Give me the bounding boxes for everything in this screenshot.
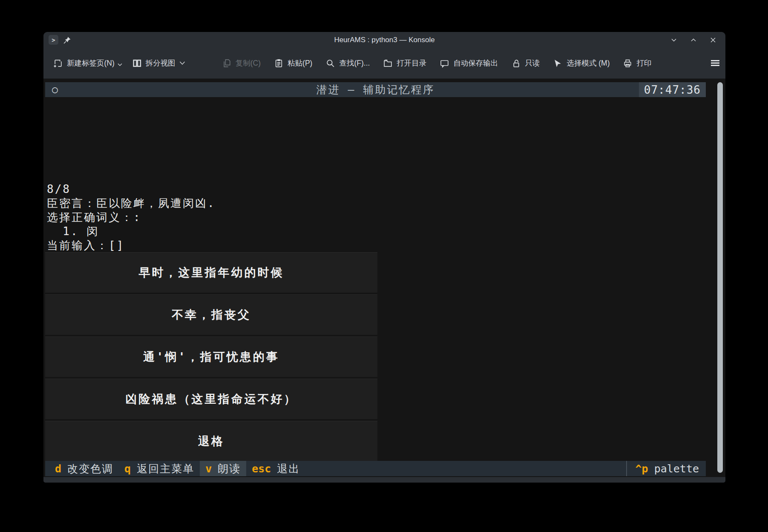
new-tab-icon xyxy=(53,58,63,68)
key-badge: d xyxy=(55,463,61,475)
shortcut-label: palette xyxy=(654,463,699,475)
sentence-line: 臣密言：臣以险衅，夙遭闵凶. xyxy=(47,197,216,210)
key-badge: q xyxy=(124,463,131,475)
word-item: 1. 闵 xyxy=(47,225,99,238)
split-view-button[interactable]: 拆分视图 xyxy=(132,58,185,68)
folder-icon xyxy=(383,58,393,68)
key-badge: esc xyxy=(252,463,271,475)
konsole-window: > HeurAMS : python3 — Konsole xyxy=(43,32,725,483)
pin-icon[interactable] xyxy=(63,36,71,44)
split-view-icon xyxy=(132,58,142,68)
status-bar: d 改变色调 q 返回主菜单 v 朗读 esc 退出 ^p palette xyxy=(45,461,706,476)
answer-option-1[interactable]: 早时，这里指年幼的时候 xyxy=(45,252,377,293)
cursor-icon xyxy=(553,58,563,68)
copy-icon xyxy=(222,58,232,68)
select-mode-label: 选择模式 (M) xyxy=(567,58,610,68)
answer-option-2[interactable]: 不幸，指丧父 xyxy=(45,294,377,335)
copy-button: 复制(C) xyxy=(222,58,261,68)
paste-icon xyxy=(274,58,284,68)
window-title: HeurAMS : python3 — Konsole xyxy=(43,36,725,44)
print-button[interactable]: 打印 xyxy=(623,58,651,68)
window-bottom-edge xyxy=(43,477,725,483)
key-badge: ^p xyxy=(636,463,648,475)
backspace-option[interactable]: 退格 xyxy=(45,421,377,461)
printer-icon xyxy=(623,58,633,68)
app-title: 潜进 – 辅助记忆程序 xyxy=(45,83,706,97)
hamburger-menu-button[interactable] xyxy=(710,58,721,68)
copy-label: 复制(C) xyxy=(236,58,261,68)
terminal-view[interactable]: ○ 潜进 – 辅助记忆程序 07:47:36 8/8 臣密言：臣以险衅，夙遭闵凶… xyxy=(43,79,725,477)
current-input-line: 当前输入：[] xyxy=(47,239,124,252)
shortcut-palette[interactable]: ^p palette xyxy=(626,461,706,476)
titlebar: > HeurAMS : python3 — Konsole xyxy=(43,32,725,48)
select-mode-button[interactable]: 选择模式 (M) xyxy=(553,58,610,68)
maximize-icon[interactable] xyxy=(690,36,697,44)
open-directory-label: 打开目录 xyxy=(397,58,426,68)
find-button[interactable]: 查找(F)... xyxy=(325,58,370,68)
open-directory-button[interactable]: 打开目录 xyxy=(383,58,426,68)
split-view-label: 拆分视图 xyxy=(146,58,175,68)
minimize-icon[interactable] xyxy=(670,36,678,44)
paste-button[interactable]: 粘贴(P) xyxy=(274,58,312,68)
paste-label: 粘贴(P) xyxy=(288,58,312,68)
shortcut-main-menu[interactable]: q 返回主菜单 xyxy=(119,461,200,476)
answer-option-4[interactable]: 凶险祸患（这里指命运不好） xyxy=(45,379,377,419)
lock-icon xyxy=(511,58,521,68)
shortcut-label: 返回主菜单 xyxy=(137,462,194,476)
key-badge: v xyxy=(205,463,212,475)
shortcut-change-hue[interactable]: d 改变色调 xyxy=(49,461,119,476)
hamburger-icon xyxy=(710,58,721,68)
new-tab-label: 新建标签页(N) xyxy=(67,58,115,68)
question-text-block: 8/8 臣密言：臣以险衅，夙遭闵凶. 选择正确词义：: 1. 闵 当前输入：[] xyxy=(47,182,216,253)
shortcut-label: 退出 xyxy=(277,462,300,476)
answer-options: 早时，这里指年幼的时候 不幸，指丧父 通'悯'，指可忧患的事 凶险祸患（这里指命… xyxy=(45,252,377,463)
prompt-line: 选择正确词义：: xyxy=(47,211,141,224)
read-only-button[interactable]: 只读 xyxy=(511,58,540,68)
answer-option-3[interactable]: 通'悯'，指可忧患的事 xyxy=(45,336,377,377)
shortcut-read-aloud[interactable]: v 朗读 xyxy=(200,461,246,476)
shortcut-label: 改变色调 xyxy=(67,462,113,476)
find-label: 查找(F)... xyxy=(339,58,370,68)
scrollbar[interactable] xyxy=(717,82,723,473)
chevron-down-icon xyxy=(118,63,122,66)
print-label: 打印 xyxy=(636,58,651,68)
shortcut-label: 朗读 xyxy=(218,462,241,476)
new-tab-button[interactable]: 新建标签页(N) xyxy=(53,58,122,68)
terminal-tab-icon[interactable]: > xyxy=(49,35,58,45)
clock: 07:47:36 xyxy=(639,82,706,97)
read-only-label: 只读 xyxy=(525,58,540,68)
progress-counter: 8/8 xyxy=(47,183,71,196)
shortcut-exit[interactable]: esc 退出 xyxy=(246,461,305,476)
close-icon[interactable] xyxy=(709,36,717,44)
autosave-output-button[interactable]: 自动保存输出 xyxy=(440,58,498,68)
search-icon xyxy=(325,58,335,68)
chevron-down-icon xyxy=(179,61,185,65)
output-bubble-icon xyxy=(440,58,449,68)
app-header-bar: ○ 潜进 – 辅助记忆程序 07:47:36 xyxy=(45,82,706,97)
autosave-output-label: 自动保存输出 xyxy=(453,58,498,68)
toolbar: 新建标签页(N) 拆分视图 xyxy=(43,48,725,79)
status-circle-icon: ○ xyxy=(52,85,58,95)
